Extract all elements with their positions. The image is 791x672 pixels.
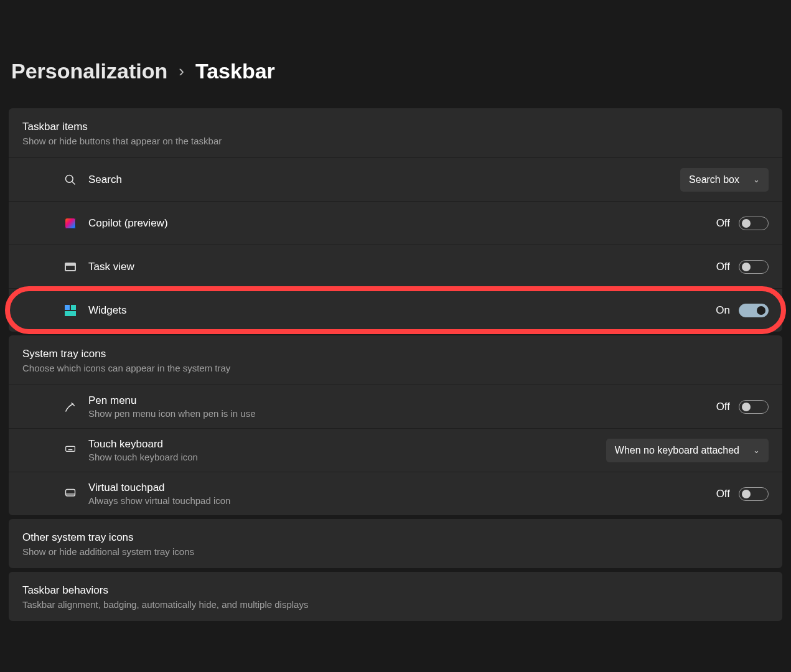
- section-taskbar-behaviors[interactable]: Taskbar behaviors Taskbar alignment, bad…: [9, 572, 782, 621]
- dropdown-value: When no keyboard attached: [615, 445, 739, 456]
- breadcrumb-current: Taskbar: [195, 59, 275, 83]
- row-search: Search Search box ⌄: [9, 157, 782, 201]
- copilot-toggle[interactable]: [739, 217, 769, 230]
- chevron-right-icon: ›: [179, 62, 184, 81]
- taskview-icon: [63, 260, 77, 274]
- row-label: Pen menu: [88, 394, 716, 407]
- row-label: Task view: [88, 261, 716, 273]
- touch-keyboard-dropdown[interactable]: When no keyboard attached ⌄: [606, 439, 769, 462]
- pen-icon: [63, 400, 77, 414]
- row-widgets: Widgets On: [9, 288, 782, 332]
- row-copilot: Copilot (preview) Off: [9, 201, 782, 245]
- section-subtitle: Choose which icons can appear in the sys…: [22, 363, 769, 373]
- row-label: Widgets: [88, 304, 716, 317]
- copilot-icon: [63, 217, 77, 230]
- toggle-state: Off: [716, 488, 730, 500]
- virtual-touchpad-toggle[interactable]: [739, 487, 769, 501]
- toggle-state: Off: [716, 261, 730, 273]
- row-label: Copilot (preview): [88, 217, 716, 230]
- row-taskview: Task view Off: [9, 245, 782, 288]
- svg-point-0: [66, 175, 73, 182]
- search-icon: [63, 173, 77, 187]
- toggle-state: Off: [716, 217, 730, 230]
- row-virtual-touchpad: Virtual touchpad Always show virtual tou…: [9, 472, 782, 515]
- section-taskbar-items: Taskbar items Show or hide buttons that …: [9, 108, 782, 332]
- widgets-toggle[interactable]: [739, 304, 769, 317]
- pen-toggle[interactable]: [739, 400, 769, 414]
- section-title: Taskbar behaviors: [22, 584, 769, 597]
- chevron-down-icon: ⌄: [753, 175, 760, 184]
- toggle-state: On: [716, 304, 730, 317]
- breadcrumb-parent[interactable]: Personalization: [11, 59, 167, 83]
- section-header-system-tray[interactable]: System tray icons Choose which icons can…: [9, 335, 782, 385]
- section-subtitle: Show or hide additional system tray icon…: [22, 546, 769, 557]
- dropdown-value: Search box: [689, 174, 739, 185]
- row-sub: Show touch keyboard icon: [88, 452, 606, 462]
- svg-rect-2: [66, 446, 75, 451]
- touchpad-icon: [63, 487, 77, 501]
- search-dropdown[interactable]: Search box ⌄: [680, 168, 769, 192]
- svg-line-1: [72, 181, 75, 184]
- row-label: Search: [88, 174, 680, 186]
- row-pen-menu: Pen menu Show pen menu icon when pen is …: [9, 385, 782, 428]
- section-title: System tray icons: [22, 348, 769, 360]
- settings-page: Personalization › Taskbar Taskbar items …: [0, 0, 791, 621]
- section-title: Other system tray icons: [22, 531, 769, 544]
- section-subtitle: Show or hide buttons that appear on the …: [22, 136, 769, 146]
- section-other-tray[interactable]: Other system tray icons Show or hide add…: [9, 519, 782, 568]
- section-title: Taskbar items: [22, 121, 769, 133]
- row-label: Touch keyboard: [88, 438, 606, 450]
- row-touch-keyboard: Touch keyboard Show touch keyboard icon …: [9, 428, 782, 472]
- breadcrumb: Personalization › Taskbar: [0, 59, 791, 83]
- row-label: Virtual touchpad: [88, 482, 716, 494]
- section-system-tray: System tray icons Choose which icons can…: [9, 335, 782, 515]
- section-header-taskbar-items[interactable]: Taskbar items Show or hide buttons that …: [9, 108, 782, 157]
- taskview-toggle[interactable]: [739, 260, 769, 274]
- toggle-state: Off: [716, 401, 730, 413]
- widgets-icon: [63, 304, 77, 317]
- chevron-down-icon: ⌄: [753, 446, 760, 455]
- keyboard-icon: [63, 444, 77, 457]
- row-sub: Show pen menu icon when pen is in use: [88, 408, 716, 419]
- section-subtitle: Taskbar alignment, badging, automaticall…: [22, 599, 769, 610]
- svg-rect-8: [66, 489, 75, 496]
- row-sub: Always show virtual touchpad icon: [88, 495, 716, 506]
